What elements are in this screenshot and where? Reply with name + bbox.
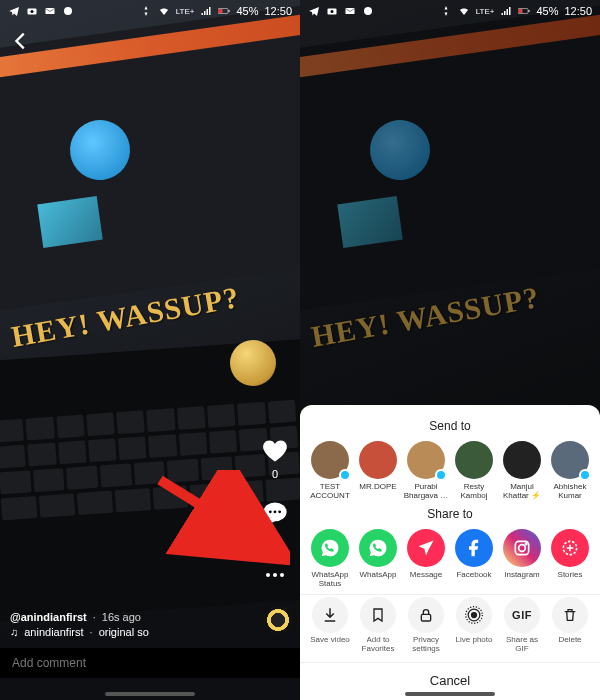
svg-point-20	[525, 543, 527, 545]
comment-input[interactable]: Add comment	[0, 648, 300, 678]
share-target-message[interactable]: Message	[403, 529, 449, 589]
recipient-4[interactable]: Manjul Khattar ⚡	[499, 441, 545, 501]
sound-row[interactable]: ♫ anindianfirst · original so	[10, 626, 149, 638]
send-to-title: Send to	[300, 419, 600, 433]
wifi-icon	[458, 5, 470, 17]
recipient-label: Resty Kamboj	[451, 483, 497, 501]
svg-point-14	[364, 7, 372, 15]
avatar	[551, 441, 589, 479]
signal-icon	[500, 5, 512, 17]
comment-count: 0	[272, 530, 278, 542]
clock: 12:50	[564, 5, 592, 17]
action-label: Live photo	[456, 636, 493, 645]
back-button[interactable]	[10, 30, 32, 56]
action-gif[interactable]: GIFShare as GIF	[499, 597, 545, 654]
location-icon	[140, 5, 152, 17]
signal-icon	[200, 5, 212, 17]
battery-percent: 45%	[536, 5, 558, 17]
comment-placeholder: Add comment	[12, 656, 86, 670]
action-bookmark[interactable]: Add to Favorites	[355, 597, 401, 654]
comment-icon	[260, 498, 290, 528]
share-sheet: Send to TEST ACCOUNTMR.DOPEPurabi Bharga…	[300, 405, 600, 700]
telegram-icon	[308, 5, 320, 17]
share-target-label: Facebook	[456, 571, 491, 580]
whatsapp-status-icon	[362, 5, 374, 17]
location-icon	[440, 5, 452, 17]
action-trash[interactable]: Delete	[547, 597, 593, 654]
status-bar: LTE+ 45% 12:50	[300, 0, 600, 22]
telegram-icon	[8, 5, 20, 17]
share-target-label: WhatsApp	[360, 571, 397, 580]
mail-icon	[344, 5, 356, 17]
recipient-label: TEST ACCOUNT	[307, 483, 353, 501]
share-target-label: Message	[410, 571, 442, 580]
svg-rect-2	[46, 8, 55, 14]
action-label: Delete	[558, 636, 581, 645]
action-download[interactable]: Save video	[307, 597, 353, 654]
status-bar: LTE+ 45% 12:50	[0, 0, 300, 22]
svg-rect-6	[229, 10, 230, 12]
recipient-1[interactable]: MR.DOPE	[355, 441, 401, 501]
share-target-facebook[interactable]: Facebook	[451, 529, 497, 589]
recipient-label: MR.DOPE	[359, 483, 396, 492]
verified-badge-icon	[339, 469, 351, 481]
share-button[interactable]	[260, 560, 290, 590]
trash-icon	[552, 597, 588, 633]
avatar	[359, 441, 397, 479]
recipient-5[interactable]: Abhishek Kumar	[547, 441, 593, 501]
svg-rect-13	[346, 8, 355, 14]
mail-icon	[44, 5, 56, 17]
svg-rect-5	[219, 9, 223, 13]
like-count: 0	[272, 468, 278, 480]
bookmark-icon	[360, 597, 396, 633]
network-label: LTE+	[476, 7, 495, 16]
action-label: Privacy settings	[403, 636, 449, 654]
share-target-label: WhatsApp Status	[307, 571, 353, 589]
cancel-button[interactable]: Cancel	[300, 662, 600, 694]
recipient-0[interactable]: TEST ACCOUNT	[307, 441, 353, 501]
svg-rect-16	[519, 9, 523, 13]
sound-label: original so	[99, 626, 149, 638]
recipient-label: Manjul Khattar ⚡	[499, 483, 545, 501]
svg-point-1	[31, 10, 34, 13]
share-target-label: Stories	[558, 571, 583, 580]
emoji-sticker	[230, 340, 276, 386]
share-target-label: Instagram	[504, 571, 540, 580]
right-screenshot: HEY! WASSUP? LTE+ 45% 12:50 Send to TEST…	[300, 0, 600, 700]
network-label: LTE+	[176, 7, 195, 16]
avatar	[311, 441, 349, 479]
avatar	[503, 441, 541, 479]
action-livephoto[interactable]: Live photo	[451, 597, 497, 654]
sound-disc[interactable]	[264, 606, 292, 634]
battery-percent: 45%	[236, 5, 258, 17]
share-target-whatsapp[interactable]: WhatsApp Status	[307, 529, 353, 589]
gesture-bar	[405, 692, 495, 696]
left-screenshot: HEY! WASSUP? LTE+ 45% 12:50	[0, 0, 300, 700]
gif-icon: GIF	[504, 597, 540, 633]
avatar	[455, 441, 493, 479]
avatar	[407, 441, 445, 479]
svg-point-12	[331, 10, 334, 13]
svg-point-23	[472, 613, 477, 618]
recipient-label: Purabi Bhargava …	[403, 483, 449, 501]
time-ago: 16s ago	[102, 611, 141, 623]
verified-badge-icon	[579, 469, 591, 481]
like-button[interactable]: 0	[260, 436, 290, 480]
gesture-bar	[105, 692, 195, 696]
recipient-3[interactable]: Resty Kamboj	[451, 441, 497, 501]
battery-icon	[218, 5, 230, 17]
video-background: HEY! WASSUP?	[0, 0, 300, 700]
share-target-stories[interactable]: Stories	[547, 529, 593, 589]
username[interactable]: @anindianfirst	[10, 611, 87, 623]
download-icon	[312, 597, 348, 633]
camera-icon	[326, 5, 338, 17]
verified-badge-icon	[435, 469, 447, 481]
share-target-instagram[interactable]: Instagram	[499, 529, 545, 589]
action-lock[interactable]: Privacy settings	[403, 597, 449, 654]
comment-button[interactable]: 0	[260, 498, 290, 542]
recipient-label: Abhishek Kumar	[547, 483, 593, 501]
recipient-2[interactable]: Purabi Bhargava …	[403, 441, 449, 501]
clock: 12:50	[264, 5, 292, 17]
share-target-whatsapp[interactable]: WhatsApp	[355, 529, 401, 589]
svg-point-3	[64, 7, 72, 15]
